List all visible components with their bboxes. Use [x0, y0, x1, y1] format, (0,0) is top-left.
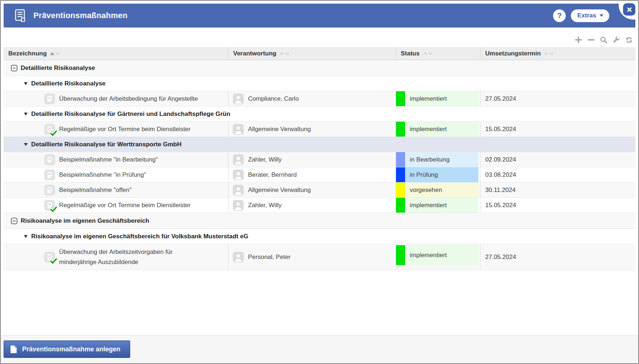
date-value: 30.11.2024	[485, 187, 516, 194]
person-icon	[233, 124, 244, 135]
cell-verantwortung[interactable]: Allgemeine Verwaltung	[228, 183, 396, 197]
status-color-bar	[396, 122, 405, 137]
table-body: Detaillierte RisikoanalyseDetaillierte R…	[4, 60, 635, 270]
cell-verantwortung[interactable]: Allgemeine Verwaltung	[228, 122, 396, 137]
table-row[interactable]: Beispielmaßnahme "in Bearbeitung"Zahler,…	[4, 152, 635, 167]
responsible-name: Zahler, Willy	[248, 202, 282, 209]
column-header-status[interactable]: Status	[396, 47, 481, 60]
cell-bezeichnung[interactable]: Beispielmaßnahme "offen"	[4, 183, 228, 197]
cell-umsetzungstermin[interactable]: 02.09.2024	[481, 152, 635, 167]
date-value: 02.09.2024	[485, 156, 516, 163]
sort-icons	[423, 52, 433, 55]
check-icon	[50, 258, 57, 264]
add-button[interactable]	[574, 36, 582, 44]
status-label: implementiert	[405, 245, 478, 265]
table-row[interactable]: Überwachung der Arbeitszeitvorgaben für …	[4, 244, 635, 270]
sort-icons	[544, 52, 554, 55]
table-row[interactable]: Regelmäßige vor Ort Termine beim Dienstl…	[4, 198, 635, 213]
status-color-bar	[396, 245, 405, 265]
table-row[interactable]: Regelmäßige vor Ort Termine beim Dienstl…	[4, 122, 635, 137]
sort-desc-icon	[55, 52, 60, 55]
cell-status[interactable]: implementiert	[396, 198, 481, 213]
group-label: Detaillierte Risikoanalyse	[21, 64, 95, 72]
cell-verantwortung[interactable]: Zahler, Willy	[228, 198, 396, 213]
cell-bezeichnung[interactable]: Regelmäßige vor Ort Termine beim Dienstl…	[4, 122, 228, 137]
add-icon	[575, 36, 582, 43]
collapse-triangle-icon[interactable]	[24, 143, 28, 146]
cell-umsetzungstermin[interactable]: 03.08.2024	[481, 167, 635, 182]
check-icon	[50, 130, 57, 136]
status-label: vorgesehen	[405, 183, 478, 197]
subgroup-row[interactable]: Detaillierte Risikoanalyse für Werttrans…	[4, 137, 635, 152]
status-label: in Prüfung	[405, 167, 478, 182]
chevron-down-icon	[599, 14, 603, 17]
praeventionsmassnahmen-window: Präventionsmaßnahmen ? Extras	[0, 0, 639, 364]
cell-bezeichnung[interactable]: Überwachung der Arbeitsbedingung für Ang…	[4, 91, 228, 106]
sort-asc-icon	[280, 52, 284, 55]
close-button[interactable]	[623, 3, 635, 16]
cell-umsetzungstermin[interactable]: 27.05.2024	[481, 91, 635, 106]
cell-status[interactable]: implementiert	[396, 91, 481, 106]
column-header-verantwortung[interactable]: Verantwortung	[228, 47, 396, 60]
group-row[interactable]: Risikoanalyse im eigenen Geschäftsbereic…	[4, 213, 635, 229]
column-label: Verantwortung	[233, 50, 276, 57]
sort-asc-active-icon	[50, 52, 54, 55]
column-header-bezeichnung[interactable]: Bezeichnung	[4, 47, 228, 60]
collapse-triangle-icon[interactable]	[24, 235, 28, 238]
settings-button[interactable]	[612, 36, 621, 44]
cell-verantwortung[interactable]: Personal, Peter	[228, 244, 396, 270]
cell-verantwortung[interactable]: Zahler, Willy	[228, 152, 396, 167]
collapse-triangle-icon[interactable]	[24, 82, 28, 85]
status-label: implementiert	[405, 122, 478, 137]
status-color-bar	[396, 198, 405, 213]
create-measure-button[interactable]: Präventionsmaßnahme anlegen	[4, 340, 130, 358]
cell-status[interactable]: in Bearbeitung	[396, 152, 481, 167]
measures-table: Bezeichnung Verantwortung	[4, 47, 635, 270]
cell-umsetzungstermin[interactable]: 15.05.2024	[481, 198, 635, 213]
measure-document-icon	[44, 93, 55, 104]
cell-umsetzungstermin[interactable]: 15.05.2024	[481, 122, 635, 137]
column-header-umsetzungstermin[interactable]: Umsetzungstermin	[481, 47, 635, 60]
titlebar-actions: ? Extras	[553, 9, 630, 22]
table-row[interactable]: Überwachung der Arbeitsbedingung für Ang…	[4, 91, 635, 106]
cell-bezeichnung[interactable]: Beispielmaßnahme "in Bearbeitung"	[4, 152, 228, 167]
measure-name: Regelmäßige vor Ort Termine beim Dienstl…	[59, 202, 190, 209]
subgroup-row[interactable]: Detaillierte Risikoanalyse	[4, 76, 635, 91]
subgroup-row[interactable]: Risikoanalyse im eigenen Geschäftsbereic…	[4, 229, 635, 244]
search-button[interactable]	[599, 36, 608, 44]
remove-icon	[588, 36, 595, 43]
group-row[interactable]: Detaillierte Risikoanalyse	[4, 60, 635, 76]
cell-status[interactable]: in Prüfung	[396, 167, 481, 182]
collapse-triangle-icon[interactable]	[24, 112, 28, 116]
sort-desc-icon	[549, 52, 554, 55]
cell-bezeichnung[interactable]: Beispielmaßnahme "in Prüfung"	[4, 167, 228, 182]
cell-status[interactable]: implementiert	[396, 244, 481, 270]
subgroup-label: Detaillierte Risikoanalyse für Werttrans…	[31, 141, 181, 148]
refresh-button[interactable]	[625, 36, 633, 44]
cell-bezeichnung[interactable]: Überwachung der Arbeitszeitvorgaben für …	[4, 244, 228, 270]
cell-verantwortung[interactable]: Berater, Bernhard	[228, 167, 396, 182]
document-icon	[15, 9, 26, 22]
remove-button[interactable]	[587, 36, 595, 44]
cell-status[interactable]: implementiert	[396, 122, 481, 137]
extras-button[interactable]: Extras	[571, 9, 609, 22]
cell-status[interactable]: vorgesehen	[396, 183, 481, 197]
collapse-icon[interactable]	[11, 65, 17, 71]
measure-document-icon	[44, 252, 55, 263]
cell-umsetzungstermin[interactable]: 27.05.2024	[481, 244, 635, 270]
sort-desc-icon	[428, 52, 433, 55]
help-button[interactable]: ?	[553, 9, 566, 22]
table-row[interactable]: Beispielmaßnahme "in Prüfung"Berater, Be…	[4, 167, 635, 183]
table-row[interactable]: Beispielmaßnahme "offen"Allgemeine Verwa…	[4, 183, 635, 198]
measure-document-icon	[44, 154, 55, 165]
measure-document-icon	[44, 185, 55, 196]
responsible-name: Allgemeine Verwaltung	[248, 126, 311, 133]
sort-asc-icon	[544, 52, 548, 55]
measure-document-icon	[44, 170, 55, 180]
collapse-icon[interactable]	[11, 218, 17, 224]
cell-verantwortung[interactable]: Compliance, Carlo	[228, 91, 396, 106]
cell-bezeichnung[interactable]: Regelmäßige vor Ort Termine beim Dienstl…	[4, 198, 228, 213]
subgroup-row[interactable]: Detaillierte Risikoanalyse für Gärtnerei…	[4, 106, 635, 122]
person-icon	[233, 200, 244, 211]
cell-umsetzungstermin[interactable]: 30.11.2024	[481, 183, 635, 197]
